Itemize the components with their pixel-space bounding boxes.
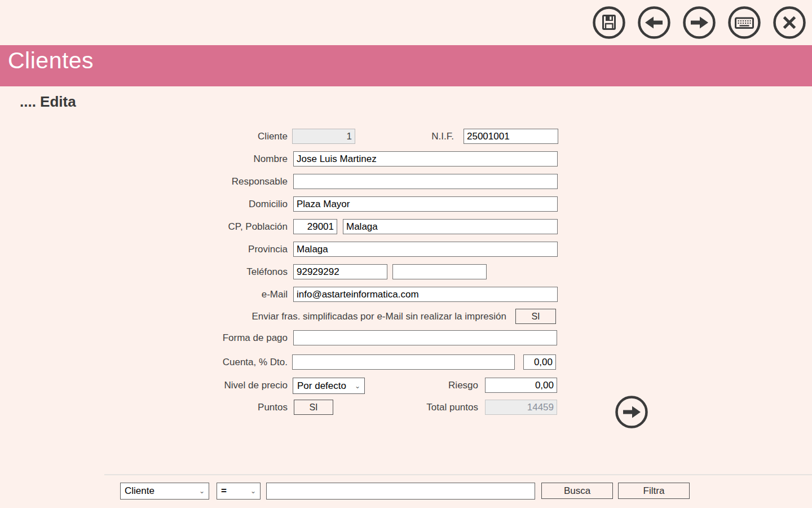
arrow-right-icon [614,395,649,430]
nombre-input[interactable] [293,151,558,167]
chevron-down-icon: ⌄ [250,488,256,494]
cuenta-dto-label: Cuenta, % Dto. [164,356,288,368]
page-title: Clientes [8,47,94,74]
arrow-right-icon [682,5,717,40]
search-field-select[interactable]: Cliente ⌄ [120,483,209,500]
enviar-fras-toggle-button[interactable]: SI [515,309,556,324]
cp-poblacion-label: CP, Población [164,221,288,233]
close-icon [772,5,807,40]
puntos-label: Puntos [164,401,288,413]
poblacion-input[interactable] [343,219,558,234]
provincia-input[interactable] [293,242,558,257]
domicilio-label: Domicilio [164,198,288,210]
cuenta-input[interactable] [292,354,515,370]
puntos-toggle-button[interactable]: SI [294,400,333,415]
total-puntos-input [485,400,557,415]
provincia-label: Provincia [164,243,288,255]
filtra-button[interactable]: Filtra [618,483,690,499]
search-operator-select-value: = [221,485,227,497]
nombre-label: Nombre [164,153,288,165]
keyboard-button[interactable] [727,5,762,40]
nif-label: N.I.F. [330,130,454,142]
nif-input[interactable] [464,129,558,144]
search-query-input[interactable] [266,483,535,500]
dto-input[interactable] [523,354,556,370]
telefono1-input[interactable] [293,264,387,279]
domicilio-input[interactable] [293,196,558,212]
responsable-label: Responsable [164,176,288,187]
forma-pago-input[interactable] [293,330,557,345]
responsable-input[interactable] [293,174,558,189]
next-record-button[interactable] [614,395,649,430]
enviar-fras-label: Enviar fras. simplificadas por e-Mail si… [169,310,506,322]
telefono2-input[interactable] [392,264,487,279]
nivel-precio-label: Nivel de precio [164,379,288,391]
bottom-divider [104,474,812,475]
busca-button[interactable]: Busca [541,483,613,499]
keyboard-icon [727,5,762,40]
riesgo-label: Riesgo [354,379,478,391]
save-icon [592,5,626,40]
email-input[interactable] [293,287,558,302]
cp-input[interactable] [293,219,337,234]
cliente-label: Cliente [164,130,288,142]
forward-button[interactable] [682,5,717,40]
telefonos-label: Teléfonos [164,266,288,278]
email-label: e-Mail [164,288,288,300]
back-button[interactable] [637,5,672,40]
forma-pago-label: Forma de pago [164,332,288,344]
save-button[interactable] [592,5,626,40]
search-field-select-value: Cliente [125,485,155,497]
arrow-left-icon [637,5,672,40]
nivel-precio-select-value: Por defecto [297,380,346,392]
mode-subtitle: .... Edita [20,93,76,111]
search-operator-select[interactable]: = ⌄ [217,483,261,500]
title-bar: Clientes [0,45,812,86]
riesgo-input[interactable] [485,378,557,393]
chevron-down-icon: ⌄ [199,488,205,494]
total-puntos-label: Total puntos [354,401,478,413]
close-button[interactable] [772,5,807,40]
